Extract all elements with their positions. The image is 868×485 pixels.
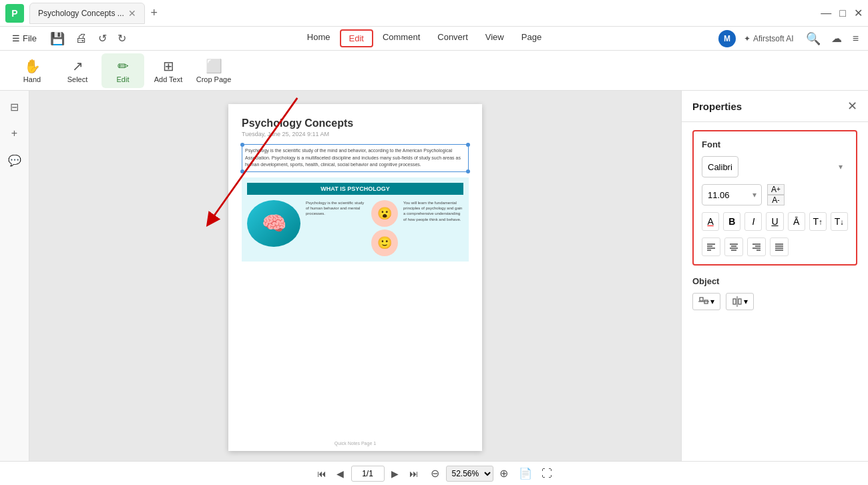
panel-close-button[interactable]: ✕ bbox=[847, 99, 857, 113]
menu-edit[interactable]: Edit bbox=[340, 29, 373, 47]
subscript-button[interactable]: T↓ bbox=[831, 212, 848, 231]
titlebar: P Psychology Concepts ... ✕ + — □ ✕ bbox=[0, 0, 868, 27]
underline-button[interactable]: U bbox=[766, 212, 783, 231]
zoom-in-button[interactable]: ⊕ bbox=[496, 466, 512, 482]
tab-close-icon[interactable]: ✕ bbox=[128, 8, 136, 19]
selection-handle-bl bbox=[240, 169, 244, 173]
hamburger-icon: ☰ bbox=[12, 33, 20, 43]
document-area: Psychology Concepts Tuesday, June 25, 20… bbox=[29, 91, 681, 461]
font-name-select[interactable]: Calibri bbox=[702, 156, 738, 177]
menubar: ☰ File 💾 🖨 ↺ ↻ Home Edit Comment Convert… bbox=[0, 27, 868, 51]
selection-handle-tl bbox=[240, 143, 244, 147]
face-image-1: 😮 bbox=[371, 200, 398, 227]
search-button[interactable]: 🔍 bbox=[802, 30, 825, 47]
italic-button[interactable]: I bbox=[744, 212, 762, 231]
ai-icon: ✦ bbox=[744, 34, 750, 43]
select-icon: ↗ bbox=[72, 58, 83, 74]
face-image-2: 🙂 bbox=[371, 229, 398, 256]
infographic-section: WHAT IS PSYCHOLOGY 🧠 Psychology is the s… bbox=[242, 177, 469, 262]
bold-button[interactable]: B bbox=[723, 212, 740, 231]
infographic-body: 🧠 Psychology is the scientific study of … bbox=[247, 200, 463, 256]
maximize-button[interactable]: □ bbox=[839, 7, 846, 19]
align-object-icon bbox=[698, 296, 709, 307]
menu-home[interactable]: Home bbox=[299, 29, 339, 47]
tab-title: Psychology Concepts ... bbox=[38, 9, 124, 18]
pdf-page: Psychology Concepts Tuesday, June 25, 20… bbox=[228, 104, 482, 451]
font-section-label: Font bbox=[702, 139, 848, 149]
print-button[interactable]: 🖨 bbox=[71, 30, 91, 47]
settings-button[interactable]: ≡ bbox=[849, 31, 863, 46]
crop-page-tool-button[interactable]: ⬜ Crop Page bbox=[192, 53, 235, 88]
crop-page-label: Crop Page bbox=[196, 75, 232, 83]
download-button[interactable]: 📄 bbox=[517, 466, 533, 482]
properties-panel: Properties ✕ Font Calibri bbox=[681, 91, 868, 461]
menu-nav: Home Edit Comment Convert View Page bbox=[299, 29, 550, 47]
file-menu[interactable]: ☰ File bbox=[5, 31, 43, 46]
zoom-out-button[interactable]: ⊖ bbox=[427, 466, 443, 482]
sidebar-bookmark-icon[interactable]: + bbox=[4, 123, 25, 144]
distribute-obj-dropdown: ▾ bbox=[744, 297, 748, 306]
cloud-button[interactable]: ☁ bbox=[827, 31, 846, 46]
panel-header: Properties ✕ bbox=[682, 91, 868, 122]
align-object-button[interactable]: ▾ bbox=[692, 293, 720, 310]
object-buttons-row: ▾ ▾ bbox=[692, 293, 857, 310]
align-left-button[interactable] bbox=[702, 237, 720, 256]
justify-button[interactable] bbox=[770, 237, 789, 256]
menu-comment[interactable]: Comment bbox=[375, 29, 428, 47]
minimize-button[interactable]: — bbox=[821, 7, 831, 19]
hand-icon: ✋ bbox=[24, 58, 41, 74]
zoom-select[interactable]: 52.56% bbox=[446, 466, 493, 482]
menu-view[interactable]: View bbox=[477, 29, 512, 47]
brain-image: 🧠 bbox=[247, 200, 300, 247]
text-block[interactable]: Psychology is the scientific study of th… bbox=[242, 144, 469, 172]
svg-rect-18 bbox=[700, 298, 703, 301]
page-navigation: ⏮ ◀ ▶ ⏭ bbox=[314, 466, 422, 482]
font-size-input[interactable] bbox=[702, 184, 762, 205]
close-button[interactable]: ✕ bbox=[854, 7, 863, 19]
ai-button[interactable]: ✦ Afirstsoft AI bbox=[738, 31, 799, 46]
style-button[interactable]: Ā bbox=[788, 212, 805, 231]
sidebar-thumbnails-icon[interactable]: ⊟ bbox=[4, 96, 25, 117]
add-text-tool-button[interactable]: ⊞ Add Text bbox=[147, 53, 190, 88]
menu-page[interactable]: Page bbox=[513, 29, 550, 47]
distribute-object-button[interactable]: ▾ bbox=[726, 293, 754, 310]
fullscreen-button[interactable]: ⛶ bbox=[539, 466, 555, 482]
infographic-header: WHAT IS PSYCHOLOGY bbox=[247, 183, 463, 195]
window-controls: — □ ✕ bbox=[821, 7, 863, 19]
font-size-row: A+ A- bbox=[702, 184, 848, 205]
prev-page-button[interactable]: ◀ bbox=[333, 466, 349, 482]
align-center-button[interactable] bbox=[724, 237, 743, 256]
font-color-button[interactable]: A bbox=[702, 212, 719, 231]
zoom-controls: ⊖ 52.56% ⊕ bbox=[427, 466, 512, 482]
ai-label: Afirstsoft AI bbox=[753, 34, 794, 43]
panel-title: Properties bbox=[692, 101, 742, 112]
edit-tool-button[interactable]: ✏ Edit bbox=[101, 53, 144, 88]
align-obj-dropdown: ▾ bbox=[710, 297, 714, 306]
next-page-button[interactable]: ▶ bbox=[387, 466, 403, 482]
save-button[interactable]: 💾 bbox=[46, 30, 69, 47]
last-page-button[interactable]: ⏭ bbox=[406, 466, 422, 482]
infographic-text2: You will learn the fundamental principle… bbox=[403, 200, 463, 223]
font-size-wrapper bbox=[702, 184, 762, 205]
align-right-button[interactable] bbox=[747, 237, 766, 256]
page-number-input[interactable] bbox=[351, 466, 385, 482]
svg-rect-22 bbox=[738, 299, 741, 304]
sidebar-comment-icon[interactable]: 💬 bbox=[4, 149, 25, 171]
left-sidebar: ⊟ + 💬 bbox=[0, 91, 29, 461]
redo-button[interactable]: ↻ bbox=[114, 31, 130, 46]
undo-button[interactable]: ↺ bbox=[94, 31, 111, 46]
active-tab[interactable]: Psychology Concepts ... ✕ bbox=[29, 3, 145, 24]
font-decrease-button[interactable]: A- bbox=[767, 195, 785, 205]
svg-rect-21 bbox=[733, 299, 736, 304]
first-page-button[interactable]: ⏮ bbox=[314, 466, 330, 482]
page-date: Tuesday, June 25, 2024 9:11 AM bbox=[242, 131, 469, 137]
align-buttons-row bbox=[702, 237, 848, 256]
superscript-button[interactable]: T↑ bbox=[809, 212, 827, 231]
add-text-icon: ⊞ bbox=[163, 58, 174, 74]
hand-tool-button[interactable]: ✋ Hand bbox=[11, 53, 53, 88]
menu-convert[interactable]: Convert bbox=[429, 29, 476, 47]
select-tool-button[interactable]: ↗ Select bbox=[56, 53, 99, 88]
font-increase-button[interactable]: A+ bbox=[767, 184, 785, 195]
statusbar: ⏮ ◀ ▶ ⏭ ⊖ 52.56% ⊕ 📄 ⛶ bbox=[0, 461, 868, 485]
new-tab-button[interactable]: + bbox=[145, 4, 164, 23]
